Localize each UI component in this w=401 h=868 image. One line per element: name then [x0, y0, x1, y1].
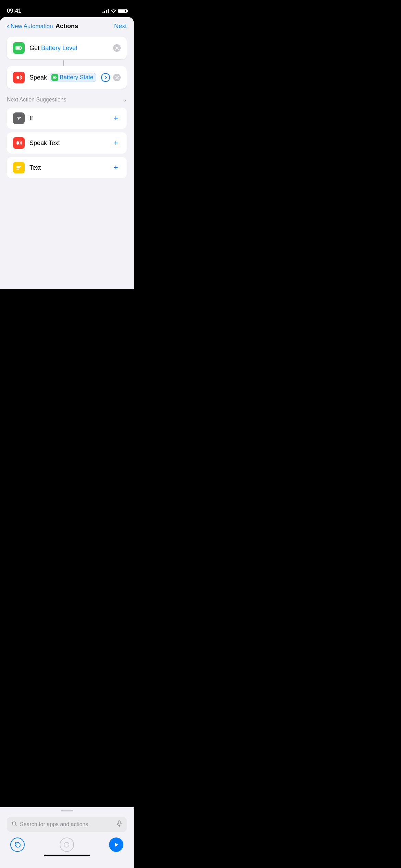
signal-bars-icon — [102, 9, 109, 13]
if-label: If — [29, 115, 33, 122]
suggestion-left: Text — [13, 162, 41, 173]
svg-rect-1 — [21, 47, 22, 49]
suggestions-section: Next Action Suggestions ⌄ Y If + — [0, 89, 134, 185]
text-app-icon — [13, 162, 25, 173]
status-icons — [102, 8, 127, 14]
page-title: Actions — [56, 23, 78, 30]
suggestion-if[interactable]: Y If + — [7, 108, 127, 129]
svg-point-5 — [16, 76, 19, 79]
connector-line — [63, 60, 64, 66]
plus-icon: + — [114, 164, 118, 171]
battery-icon — [118, 9, 127, 13]
svg-point-12 — [16, 141, 19, 145]
main-sheet: ‹ New Automation Actions Next Get Batter… — [0, 17, 134, 289]
speak-app-icon — [13, 72, 25, 83]
status-time: 09:41 — [7, 8, 21, 14]
suggestion-left: Speak Text — [13, 137, 60, 149]
battery-level-link[interactable]: Battery Level — [41, 45, 77, 51]
close-speak-button[interactable] — [113, 74, 121, 81]
suggestions-title: Next Action Suggestions — [7, 97, 66, 103]
svg-rect-15 — [16, 169, 19, 170]
back-label: New Automation — [11, 23, 53, 30]
get-label: Get Battery Level — [29, 45, 77, 52]
battery-state-text: Battery State — [60, 74, 93, 81]
speak-text-label: Speak Text — [29, 140, 60, 147]
suggestion-left: Y If — [13, 112, 33, 124]
text-label: Text — [29, 164, 41, 171]
suggestions-chevron-icon[interactable]: ⌄ — [122, 96, 127, 103]
svg-rect-7 — [56, 77, 57, 78]
nav-bar: ‹ New Automation Actions Next — [0, 17, 134, 33]
text-add-button[interactable]: + — [111, 163, 121, 172]
status-bar: 09:41 — [0, 0, 134, 17]
close-get-button[interactable] — [113, 44, 121, 52]
battery-state-chip[interactable]: Battery State — [50, 73, 96, 82]
next-button[interactable]: Next — [114, 23, 127, 30]
get-battery-level-card: Get Battery Level — [7, 37, 127, 59]
suggestion-speak-text[interactable]: Speak Text + — [7, 132, 127, 154]
speak-row: Speak Battery State — [29, 73, 110, 82]
if-add-button[interactable]: + — [111, 113, 121, 123]
back-chevron-icon: ‹ — [7, 23, 9, 29]
card-left: Get Battery Level — [13, 42, 110, 54]
wifi-icon — [111, 8, 116, 14]
speak-text-add-button[interactable]: + — [111, 138, 121, 148]
plus-icon: + — [114, 114, 118, 122]
speak-battery-state-card: Speak Battery State — [7, 66, 127, 89]
back-button[interactable]: ‹ New Automation — [7, 23, 53, 30]
chip-arrow-button[interactable] — [101, 73, 110, 82]
plus-icon: + — [114, 139, 118, 147]
card-left-speak: Speak Battery State — [13, 72, 110, 83]
speak-label: Speak — [29, 74, 47, 81]
if-app-icon: Y — [13, 112, 25, 124]
actions-area: Get Battery Level — [0, 33, 134, 89]
chip-battery-icon — [51, 74, 58, 81]
svg-rect-8 — [53, 77, 56, 78]
svg-rect-14 — [16, 167, 20, 168]
svg-rect-13 — [16, 166, 21, 167]
speak-text-app-icon — [13, 137, 25, 149]
battery-app-icon — [13, 42, 25, 54]
svg-rect-2 — [16, 47, 20, 49]
suggestion-text[interactable]: Text + — [7, 157, 127, 178]
suggestions-header: Next Action Suggestions ⌄ — [7, 96, 127, 103]
